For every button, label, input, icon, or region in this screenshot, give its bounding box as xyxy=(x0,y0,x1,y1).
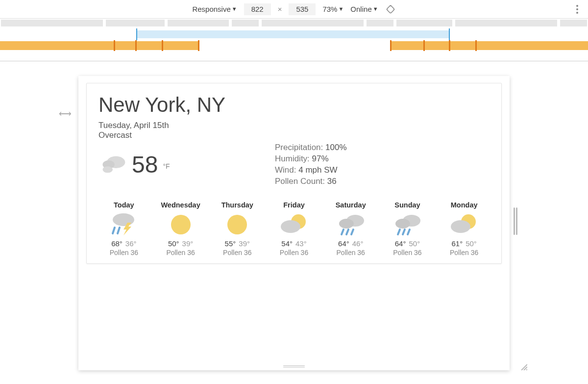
day-high: 50° xyxy=(168,239,179,248)
day-low: 36° xyxy=(125,239,137,248)
day-temps: 61°50° xyxy=(439,239,490,248)
day-low: 43° xyxy=(295,239,307,248)
day-low: 46° xyxy=(352,239,364,248)
device-mode-label: Responsive xyxy=(192,5,230,13)
precip-label: Precipitation: xyxy=(275,143,323,152)
svg-point-4 xyxy=(102,166,113,173)
caret-down-icon: ▼ xyxy=(232,6,237,12)
precip-value: 100% xyxy=(325,143,346,152)
location-title: New York, NY xyxy=(98,93,490,117)
device-toolbar: Responsive ▼ × 73% ▼ Online ▼ xyxy=(0,0,588,19)
day-name: Sunday xyxy=(382,201,433,209)
day-high: 61° xyxy=(451,239,463,248)
current-conditions-row: 58 °F Precipitation: 100% Humidity: 97% … xyxy=(98,142,490,187)
forecast-day[interactable]: Monday 61°50° Pollen 36 xyxy=(439,201,490,256)
forecast-row: Today 68°36° Pollen 36 Wednesday 50°39° … xyxy=(98,201,490,256)
day-temps: 64°46° xyxy=(325,239,376,248)
forecast-day[interactable]: Wednesday 50°39° Pollen 36 xyxy=(155,201,206,256)
emulated-viewport: New York, NY Tuesday, April 15th Overcas… xyxy=(78,76,510,370)
day-temps: 68°36° xyxy=(98,239,149,248)
day-pollen: Pollen 36 xyxy=(382,249,433,256)
resize-handle-bottom[interactable] xyxy=(283,365,305,367)
resize-handle-corner[interactable] xyxy=(519,362,527,370)
humidity-value: 97% xyxy=(312,154,329,163)
humidity-label: Humidity: xyxy=(275,154,310,163)
day-pollen: Pollen 36 xyxy=(155,249,206,256)
overcast-icon xyxy=(98,153,128,177)
wind-value: 4 mph SW xyxy=(298,165,337,175)
rain-icon xyxy=(390,212,424,236)
zoom-label: 73% xyxy=(322,5,337,13)
media-query-bars[interactable] xyxy=(0,41,588,61)
rain-icon xyxy=(334,212,368,236)
current-temp: 58 xyxy=(132,153,158,177)
device-mode-dropdown[interactable]: Responsive ▼ xyxy=(192,5,237,13)
forecast-day[interactable]: Friday 54°43° Pollen 36 xyxy=(269,201,319,256)
svg-line-16 xyxy=(346,230,348,234)
day-temps: 50°39° xyxy=(155,239,206,248)
day-temps: 54°43° xyxy=(269,239,319,248)
day-name: Saturday xyxy=(325,201,376,209)
svg-rect-0 xyxy=(386,5,394,13)
day-name: Friday xyxy=(269,201,319,209)
day-low: 50° xyxy=(409,239,420,248)
day-name: Today xyxy=(98,201,149,209)
rotate-icon xyxy=(386,4,395,14)
wind-label: Wind: xyxy=(275,165,296,175)
day-high: 64° xyxy=(395,239,406,248)
svg-line-20 xyxy=(398,230,400,234)
day-name: Thursday xyxy=(212,201,263,209)
caret-down-icon: ▼ xyxy=(338,6,343,12)
weather-card: New York, NY Tuesday, April 15th Overcas… xyxy=(86,83,502,264)
svg-line-21 xyxy=(403,230,405,234)
ruler-segments xyxy=(0,19,588,27)
day-pollen: Pollen 36 xyxy=(212,249,263,256)
day-high: 64° xyxy=(338,239,349,248)
storm-icon xyxy=(107,212,141,236)
day-temps: 64°50° xyxy=(382,239,433,248)
day-pollen: Pollen 36 xyxy=(98,249,149,256)
sun-icon xyxy=(164,212,198,236)
width-input[interactable] xyxy=(244,3,271,15)
day-low: 39° xyxy=(182,239,194,248)
condition-text: Overcast xyxy=(98,130,490,140)
height-input[interactable] xyxy=(289,3,316,15)
day-low: 50° xyxy=(466,239,477,248)
zoom-dropdown[interactable]: 73% ▼ xyxy=(322,5,343,13)
day-pollen: Pollen 36 xyxy=(439,249,490,256)
day-temps: 55°39° xyxy=(212,239,263,248)
day-pollen: Pollen 36 xyxy=(325,249,376,256)
emulated-viewport-area: ⟷ New York, NY Tuesday, April 15th Overc… xyxy=(0,61,588,384)
day-low: 39° xyxy=(239,239,250,248)
svg-line-27 xyxy=(526,369,527,370)
resize-handle-left[interactable]: ⟷ xyxy=(59,108,72,119)
forecast-day[interactable]: Today 68°36° Pollen 36 xyxy=(98,201,149,256)
pollen-count-value: 36 xyxy=(327,177,337,186)
svg-point-19 xyxy=(395,219,410,229)
svg-point-5 xyxy=(113,213,134,226)
rotate-button[interactable] xyxy=(385,4,396,15)
pollen-count-label: Pollen Count: xyxy=(275,177,325,186)
svg-line-22 xyxy=(408,230,410,234)
partly-icon xyxy=(277,212,311,236)
svg-line-7 xyxy=(113,228,115,233)
svg-line-15 xyxy=(342,230,343,234)
sun-icon xyxy=(220,212,254,236)
svg-point-10 xyxy=(227,215,247,234)
svg-point-14 xyxy=(339,219,354,229)
more-options-button[interactable] xyxy=(576,0,578,18)
forecast-day[interactable]: Thursday 55°39° Pollen 36 xyxy=(212,201,263,256)
viewport-range-bar[interactable] xyxy=(0,27,588,41)
current-details: Precipitation: 100% Humidity: 97% Wind: … xyxy=(275,142,347,187)
svg-point-12 xyxy=(281,220,300,233)
breakpoint-ruler xyxy=(0,19,588,61)
forecast-day[interactable]: Sunday 64°50° Pollen 36 xyxy=(382,201,433,256)
svg-line-17 xyxy=(351,230,353,234)
date-text: Tuesday, April 15th xyxy=(98,121,490,130)
resize-handle-right[interactable] xyxy=(514,207,518,235)
day-high: 55° xyxy=(225,239,236,248)
svg-line-8 xyxy=(118,228,120,233)
caret-down-icon: ▼ xyxy=(373,6,378,12)
network-dropdown[interactable]: Online ▼ xyxy=(350,5,378,13)
forecast-day[interactable]: Saturday 64°46° Pollen 36 xyxy=(325,201,376,256)
